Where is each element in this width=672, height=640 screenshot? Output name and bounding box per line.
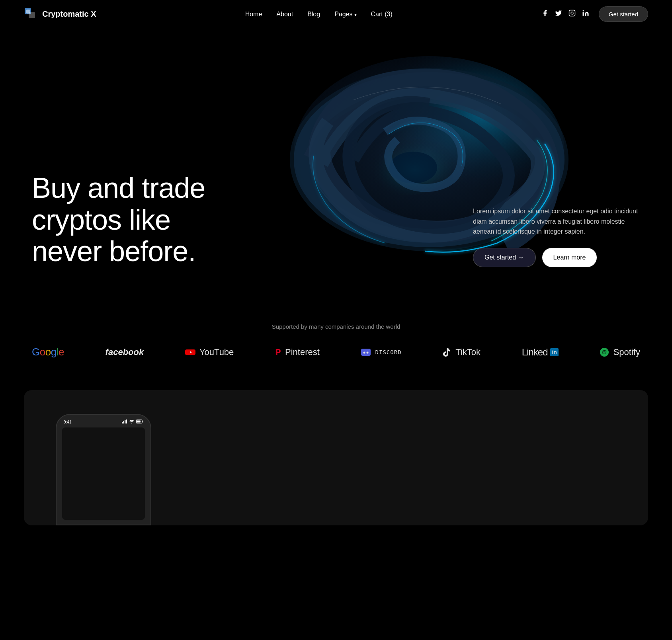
discord-logo: DISCORD xyxy=(361,349,402,356)
wifi-icon xyxy=(129,420,135,424)
phone-section: 9:41 xyxy=(24,390,648,525)
hero-cta-secondary-button[interactable]: Learn more xyxy=(542,248,597,267)
nav-cart[interactable]: Cart (3) xyxy=(371,11,393,18)
youtube-logo: YouTube xyxy=(185,347,234,357)
partners-logos: Google facebook YouTube 𝗣 Pinterest xyxy=(32,346,640,358)
twitter-nav-icon[interactable] xyxy=(555,10,562,19)
nav-pages[interactable]: Pages xyxy=(334,11,356,18)
phone-screen xyxy=(62,427,145,520)
phone-status-bar: 9:41 xyxy=(62,420,145,424)
nav-socials xyxy=(541,10,589,19)
pinterest-logo: 𝗣 Pinterest xyxy=(275,347,320,357)
svg-rect-17 xyxy=(125,420,126,423)
svg-rect-2 xyxy=(26,10,30,14)
nav-cta-button[interactable]: Get started xyxy=(599,6,648,22)
partners-label: Supported by many companies around the w… xyxy=(32,323,640,330)
linkedin-nav-icon[interactable] xyxy=(582,10,589,19)
linkedin-box: in xyxy=(550,348,558,356)
partners-section: Supported by many companies around the w… xyxy=(0,299,672,382)
svg-point-13 xyxy=(363,351,365,353)
facebook-nav-icon[interactable] xyxy=(541,10,549,19)
svg-rect-16 xyxy=(123,421,125,423)
hero-title: Buy and trade cryptos like never before. xyxy=(32,172,207,267)
svg-rect-22 xyxy=(143,421,143,422)
phone-mockup: 9:41 xyxy=(56,414,151,525)
google-logo: Google xyxy=(32,346,64,358)
phone-status-icons xyxy=(122,420,143,424)
tiktok-icon xyxy=(443,348,451,357)
navbar: Cryptomatic X Home About Blog Pages Cart… xyxy=(0,0,672,28)
nav-about[interactable]: About xyxy=(276,11,293,18)
nav-blog[interactable]: Blog xyxy=(307,11,320,18)
discord-icon xyxy=(361,349,371,356)
hero-description: Lorem ipsum dolor sit amet consectetur e… xyxy=(473,206,640,237)
svg-point-14 xyxy=(366,351,368,353)
hero-cta-primary-button[interactable]: Get started → xyxy=(473,248,536,267)
spotify-icon xyxy=(600,348,609,357)
signal-icon xyxy=(122,420,127,424)
phone-time: 9:41 xyxy=(64,420,71,424)
svg-point-19 xyxy=(131,423,132,423)
svg-marker-12 xyxy=(190,351,192,353)
pinterest-icon: 𝗣 xyxy=(275,347,281,357)
facebook-text: facebook xyxy=(105,347,144,357)
svg-point-5 xyxy=(582,10,584,12)
instagram-nav-icon[interactable] xyxy=(568,10,576,19)
spotify-logo: Spotify xyxy=(600,347,640,357)
facebook-logo: facebook xyxy=(105,347,144,357)
svg-rect-15 xyxy=(122,422,123,423)
nav-home[interactable]: Home xyxy=(245,11,262,18)
youtube-icon xyxy=(185,349,195,355)
svg-rect-18 xyxy=(126,420,127,423)
svg-rect-21 xyxy=(137,421,141,423)
nav-right: Get started xyxy=(541,6,648,22)
brand-name: Cryptomatic X xyxy=(42,10,96,19)
hero-content-left: Buy and trade cryptos like never before. xyxy=(0,172,207,267)
hero-content-right: Lorem ipsum dolor sit amet consectetur e… xyxy=(473,206,640,267)
hero-buttons: Get started → Learn more xyxy=(473,248,640,267)
linkedin-logo: Linked in xyxy=(522,347,559,358)
nav-links: Home About Blog Pages Cart (3) xyxy=(245,11,393,18)
pages-dropdown-icon[interactable] xyxy=(354,11,357,18)
logo-icon xyxy=(24,7,38,21)
hero-section: Buy and trade cryptos like never before.… xyxy=(0,28,672,299)
battery-icon xyxy=(136,420,143,424)
svg-rect-3 xyxy=(569,10,575,16)
brand-logo[interactable]: Cryptomatic X xyxy=(24,7,96,21)
tiktok-logo: TikTok xyxy=(443,347,481,357)
